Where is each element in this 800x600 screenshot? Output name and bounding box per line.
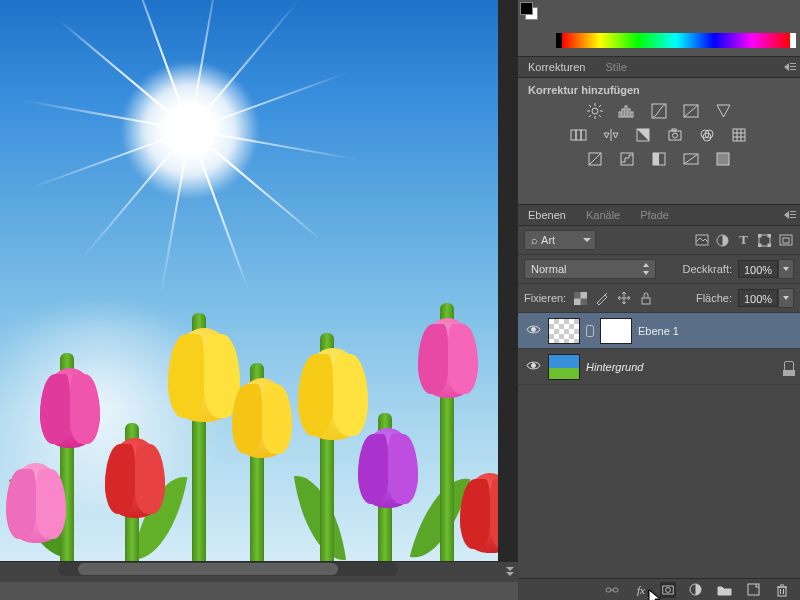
opacity-dropdown[interactable] <box>778 259 794 279</box>
link-layers-icon[interactable] <box>604 582 620 598</box>
svg-line-8 <box>599 105 601 107</box>
svg-line-7 <box>589 115 591 117</box>
svg-rect-48 <box>783 238 789 243</box>
lock-label: Fixieren: <box>524 292 566 304</box>
svg-rect-50 <box>574 292 581 299</box>
selective-color-icon[interactable] <box>713 150 733 168</box>
mask-link-icon[interactable] <box>586 325 594 337</box>
new-layer-icon[interactable] <box>745 582 761 598</box>
svg-line-16 <box>684 105 698 117</box>
svg-rect-64 <box>778 587 786 596</box>
tab-channels[interactable]: Kanäle <box>576 204 630 226</box>
foreground-background-swatch[interactable] <box>518 0 548 26</box>
tab-corrections[interactable]: Korrekturen <box>518 56 595 78</box>
tab-styles[interactable]: Stile <box>595 56 636 78</box>
filter-type-icon[interactable]: T <box>735 232 752 249</box>
layer-row[interactable]: Hintergrund <box>518 349 800 385</box>
gradient-map-icon[interactable] <box>681 150 701 168</box>
blend-mode-select[interactable]: Normal <box>524 259 656 279</box>
layer-mask-thumbnail[interactable] <box>600 318 632 344</box>
svg-rect-17 <box>571 130 576 140</box>
panel-menu-icon[interactable] <box>784 211 796 221</box>
svg-rect-18 <box>576 130 581 140</box>
svg-line-38 <box>684 154 698 164</box>
svg-rect-46 <box>768 244 771 247</box>
layer-filter-row: ⌕ Art T <box>518 226 800 255</box>
svg-rect-24 <box>672 129 676 131</box>
opacity-value[interactable]: 100% <box>738 260 778 278</box>
mouse-cursor <box>648 589 662 600</box>
lock-all-icon[interactable] <box>638 290 654 306</box>
canvas-status-bar <box>0 561 518 582</box>
lock-position-icon[interactable] <box>616 290 632 306</box>
lut-icon[interactable] <box>729 126 749 144</box>
filter-adjust-icon[interactable] <box>714 232 731 249</box>
new-adjustment-icon[interactable] <box>687 582 703 598</box>
vibrance-icon[interactable] <box>713 102 733 120</box>
layer-name[interactable]: Hintergrund <box>586 361 643 373</box>
lock-pixels-icon[interactable] <box>594 290 610 306</box>
svg-line-5 <box>589 105 591 107</box>
panel-menu-icon[interactable] <box>784 63 796 73</box>
svg-rect-54 <box>642 298 650 304</box>
svg-rect-44 <box>768 234 771 237</box>
bw-icon[interactable] <box>633 126 653 144</box>
search-icon: ⌕ <box>531 234 538 246</box>
color-balance-icon[interactable] <box>601 126 621 144</box>
hue-icon[interactable] <box>569 126 589 144</box>
blend-row: Normal Deckkraft: 100% <box>518 255 800 284</box>
corrections-panel: Korrekturen Stile Korrektur hinzufügen <box>518 56 800 178</box>
invert-icon[interactable] <box>585 150 605 168</box>
blend-mode-label: Normal <box>531 263 566 275</box>
layer-filter-kind[interactable]: ⌕ Art <box>524 230 596 250</box>
lock-transparency-icon[interactable] <box>572 290 588 306</box>
brightness-icon[interactable] <box>585 102 605 120</box>
status-expand-icon[interactable] <box>506 567 516 577</box>
svg-rect-12 <box>628 109 630 117</box>
add-correction-label: Korrektur hinzufügen <box>528 84 790 96</box>
layer-thumbnail[interactable] <box>548 318 580 344</box>
right-panels: Korrekturen Stile Korrektur hinzufügen <box>518 0 800 600</box>
new-group-icon[interactable] <box>716 582 732 598</box>
curves-icon[interactable] <box>649 102 669 120</box>
svg-rect-19 <box>581 130 586 140</box>
fill-value[interactable]: 100% <box>738 289 778 307</box>
add-mask-icon[interactable] <box>660 582 676 598</box>
threshold-icon[interactable] <box>649 150 669 168</box>
svg-rect-10 <box>622 109 624 117</box>
photo-filter-icon[interactable] <box>665 126 685 144</box>
svg-rect-63 <box>748 584 759 595</box>
layer-row[interactable]: Ebene 1 <box>518 313 800 349</box>
canvas-area <box>0 0 518 582</box>
channel-mixer-icon[interactable] <box>697 126 717 144</box>
tab-layers[interactable]: Ebenen <box>518 204 576 226</box>
filter-smart-icon[interactable] <box>777 232 794 249</box>
exposure-icon[interactable] <box>681 102 701 120</box>
filter-pixel-icon[interactable] <box>693 232 710 249</box>
svg-point-23 <box>673 133 678 138</box>
fx-icon[interactable]: fx <box>633 582 649 598</box>
svg-rect-36 <box>653 153 659 165</box>
levels-icon[interactable] <box>617 102 637 120</box>
delete-layer-icon[interactable] <box>774 582 790 598</box>
svg-line-6 <box>599 115 601 117</box>
visibility-icon[interactable] <box>524 360 542 373</box>
fill-label: Fläche: <box>696 292 732 304</box>
filter-kind-label: Art <box>541 234 555 246</box>
layer-thumbnail[interactable] <box>548 354 580 380</box>
lock-row: Fixieren: Fläche: 100% <box>518 284 800 313</box>
color-spectrum[interactable] <box>562 33 790 48</box>
visibility-icon[interactable] <box>524 324 542 337</box>
document-canvas[interactable] <box>0 0 498 563</box>
layer-name[interactable]: Ebene 1 <box>638 325 679 337</box>
svg-point-61 <box>666 587 671 592</box>
opacity-label: Deckkraft: <box>682 263 732 275</box>
posterize-icon[interactable] <box>617 150 637 168</box>
tab-paths[interactable]: Pfade <box>630 204 679 226</box>
filter-shape-icon[interactable] <box>756 232 773 249</box>
canvas-hscroll[interactable] <box>58 562 398 576</box>
layer-list: Ebene 1 Hintergrund <box>518 313 800 578</box>
svg-rect-51 <box>580 298 587 305</box>
svg-rect-45 <box>758 244 761 247</box>
fill-dropdown[interactable] <box>778 288 794 308</box>
